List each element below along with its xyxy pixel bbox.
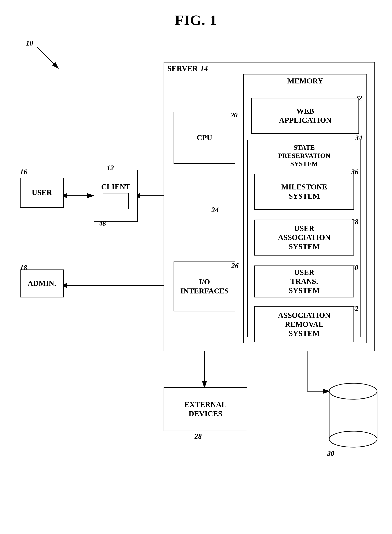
user-assoc-box: USERASSOCIATIONSYSTEM: [254, 220, 354, 255]
user-assoc-label: USERASSOCIATIONSYSTEM: [278, 224, 330, 251]
ref-10: 10: [26, 39, 33, 47]
ref-30: 30: [327, 449, 334, 458]
cpu-label: CPU: [197, 133, 212, 142]
cpu-box: CPU: [173, 112, 235, 164]
user-box: USER: [20, 178, 64, 208]
admin-box: ADMIN.: [20, 269, 64, 298]
ref-20: 20: [230, 111, 238, 119]
ref-24: 24: [211, 206, 219, 214]
svg-point-16: [329, 383, 377, 399]
milestone-label: MILESTONESYSTEM: [281, 182, 327, 201]
io-label: I/OINTERFACES: [180, 277, 229, 295]
server-ref: 14: [200, 64, 208, 73]
web-app-box: WEBAPPLICATION: [251, 98, 359, 134]
io-box: I/OINTERFACES: [173, 261, 235, 312]
user-trans-box: USERTRANS.SYSTEM: [254, 265, 354, 298]
ref-26: 26: [231, 261, 238, 270]
state-pres-label: STATEPRESERVATIONSYSTEM: [278, 142, 330, 169]
server-label: SERVER: [167, 64, 198, 73]
memory-label: MEMORY: [244, 76, 366, 85]
client-label: CLIENT: [101, 182, 130, 191]
ref-16: 16: [20, 168, 27, 176]
ref-12: 12: [107, 164, 114, 172]
database-cylinder: [325, 379, 381, 449]
user-trans-label: USERTRANS.SYSTEM: [289, 268, 320, 295]
svg-line-4: [37, 47, 58, 68]
external-devices-label: EXTERNALDEVICES: [184, 400, 226, 418]
ref-34: 34: [355, 134, 362, 142]
assoc-removal-label: ASSOCIATIONREMOVALSYSTEM: [278, 311, 330, 338]
assoc-removal-box: ASSOCIATIONREMOVALSYSTEM: [254, 307, 354, 342]
ref-28: 28: [195, 432, 202, 441]
ref-18: 18: [20, 264, 27, 272]
svg-point-17: [329, 431, 377, 447]
figure-title: FIG. 1: [0, 0, 392, 28]
ref-46: 46: [99, 220, 106, 228]
web-app-label: WEBAPPLICATION: [279, 107, 331, 125]
milestone-box: MILESTONESYSTEM: [254, 174, 354, 210]
admin-label: ADMIN.: [28, 279, 56, 288]
user-label: USER: [32, 188, 52, 197]
external-devices-box: EXTERNALDEVICES: [163, 387, 247, 431]
client-box: CLIENT: [94, 170, 138, 222]
